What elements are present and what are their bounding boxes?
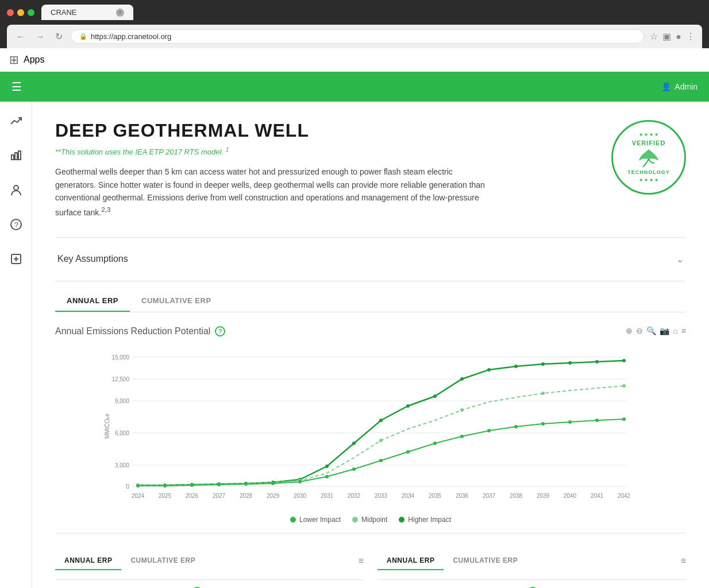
app-layout: ? DEEP GEOTHERMAL WELL **This solution u… (0, 102, 709, 588)
maximize-button[interactable] (28, 9, 34, 16)
admin-label: Admin (675, 82, 698, 91)
main-content: DEEP GEOTHERMAL WELL **This solution use… (32, 102, 709, 588)
svg-text:2038: 2038 (510, 493, 523, 499)
back-button[interactable]: ← (14, 30, 28, 43)
chart-container: 15,000 12,500 9,000 6,000 3,000 0 MMtCO₂… (55, 346, 686, 509)
chevron-down-icon: ⌄ (676, 254, 684, 265)
right-tab-annual-erp[interactable]: ANNUAL ERP (377, 552, 444, 570)
refresh-button[interactable]: ↻ (53, 30, 65, 43)
traffic-lights (7, 9, 34, 16)
svg-text:2024: 2024 (132, 493, 145, 499)
chart-legend: Lower Impact Midpoint Higher Impact (55, 516, 686, 524)
left-panel-menu-icon[interactable]: ≡ (359, 556, 364, 575)
svg-point-58 (595, 360, 599, 363)
subtitle: **This solution uses the IEA ETP 2017 RT… (55, 146, 600, 156)
svg-point-3 (14, 185, 18, 190)
svg-point-67 (163, 484, 167, 488)
svg-point-73 (325, 475, 329, 478)
svg-text:2039: 2039 (537, 493, 550, 499)
svg-text:2042: 2042 (618, 493, 631, 499)
legend-label-lower: Lower Impact (299, 516, 341, 524)
legend-dot-higher (399, 517, 404, 523)
apps-label: Apps (24, 55, 44, 65)
right-panel-tabs: ANNUAL ERP CUMULATIVE ERP (377, 552, 681, 570)
tab-close-button[interactable]: × (116, 9, 124, 17)
address-bar[interactable]: 🔒 https://app.cranetool.org (71, 29, 644, 44)
svg-point-80 (514, 425, 518, 428)
lock-icon: 🔒 (79, 33, 87, 40)
svg-point-81 (541, 422, 545, 425)
chart-toolbar: ⊕ ⊖ 🔍 📷 ⌂ ≡ (626, 326, 686, 335)
svg-point-83 (595, 419, 599, 422)
page-title: DEEP GEOTHERMAL WELL (55, 120, 600, 141)
svg-point-66 (136, 484, 140, 488)
svg-point-50 (379, 419, 383, 422)
svg-rect-1 (15, 153, 17, 160)
svg-point-76 (406, 450, 410, 454)
sidebar-item-help[interactable]: ? (6, 214, 26, 235)
tab-annual-erp[interactable]: ANNUAL ERP (55, 291, 130, 312)
svg-point-84 (622, 417, 626, 421)
browser-tab[interactable]: CRANE × (41, 5, 133, 20)
apps-bar: ⊞ Apps (0, 48, 709, 72)
zoom-select-icon[interactable]: 🔍 (646, 326, 656, 335)
forward-button[interactable]: → (33, 30, 47, 43)
extensions-icon[interactable]: ▣ (662, 31, 671, 42)
verified-bottom-text: TECHNOLOGY (627, 169, 670, 175)
admin-section: 👤 Admin (661, 82, 698, 91)
svg-text:2037: 2037 (483, 493, 496, 499)
admin-icon: 👤 (661, 82, 671, 91)
assumptions-divider (55, 281, 686, 281)
svg-text:2035: 2035 (429, 493, 442, 499)
verified-icon (634, 146, 663, 169)
svg-text:2036: 2036 (456, 493, 469, 499)
sidebar-item-import[interactable] (6, 249, 26, 269)
left-tab-cumulative-erp[interactable]: CUMULATIVE ERP (121, 552, 205, 570)
svg-rect-0 (11, 155, 14, 160)
right-tab-cumulative-erp[interactable]: CUMULATIVE ERP (444, 552, 527, 570)
svg-point-49 (352, 442, 356, 445)
erp-chart: 15,000 12,500 9,000 6,000 3,000 0 MMtCO₂… (55, 346, 686, 506)
svg-text:2033: 2033 (375, 493, 388, 499)
svg-point-78 (460, 435, 464, 438)
svg-text:9,000: 9,000 (115, 398, 129, 404)
svg-point-79 (487, 429, 491, 432)
apps-grid-icon[interactable]: ⊞ (9, 53, 19, 67)
left-tab-annual-erp[interactable]: ANNUAL ERP (55, 552, 121, 570)
legend-label-higher: Higher Impact (408, 516, 451, 524)
description: Geothermal wells deeper than 5 km can ac… (55, 165, 492, 218)
verified-text: VERIFIED (632, 140, 666, 146)
subtitle-suffix: model. (201, 148, 224, 156)
svg-point-54 (487, 368, 491, 372)
svg-point-52 (433, 394, 437, 398)
menu-icon[interactable]: ⋮ (686, 31, 695, 42)
zoom-out-icon[interactable]: ⊖ (636, 326, 643, 335)
svg-point-63 (460, 408, 464, 412)
sidebar-item-person[interactable] (6, 180, 26, 200)
chart-info-icon[interactable]: ? (215, 326, 225, 336)
close-button[interactable] (7, 9, 14, 16)
badge-stars-bottom: ★ ★ ★ ★ (639, 177, 659, 183)
sidebar-item-barchart[interactable] (6, 145, 26, 166)
legend-item-lower: Lower Impact (290, 516, 341, 524)
bookmark-icon[interactable]: ☆ (650, 31, 658, 42)
verified-badge: ★ ★ ★ ★ VERIFIED TECHNOLOGY ★ ★ ★ ★ (611, 120, 686, 195)
sidebar-item-trending[interactable] (6, 111, 26, 131)
svg-text:2031: 2031 (321, 493, 334, 499)
menu-dots-icon[interactable]: ≡ (681, 326, 686, 335)
key-assumptions-title: Key Assumptions (57, 254, 128, 264)
svg-point-57 (568, 361, 572, 365)
zoom-in-icon[interactable]: ⊕ (626, 326, 633, 335)
tab-cumulative-erp[interactable]: CUMULATIVE ERP (130, 291, 223, 312)
home-icon[interactable]: ⌂ (673, 326, 677, 335)
hamburger-icon[interactable]: ☰ (11, 80, 22, 94)
svg-text:MMtCO₂e: MMtCO₂e (104, 413, 110, 438)
profile-icon[interactable]: ● (676, 32, 681, 42)
right-panel-menu-icon[interactable]: ≡ (681, 556, 686, 575)
url-text: https://app.cranetool.org (91, 32, 171, 41)
minimize-button[interactable] (17, 9, 24, 16)
svg-point-68 (190, 483, 194, 487)
camera-icon[interactable]: 📷 (660, 326, 669, 335)
bottom-panel-right: ANNUAL ERP CUMULATIVE ERP ≡ Annual ERP S… (377, 552, 686, 588)
key-assumptions-section[interactable]: Key Assumptions ⌄ (55, 247, 686, 272)
